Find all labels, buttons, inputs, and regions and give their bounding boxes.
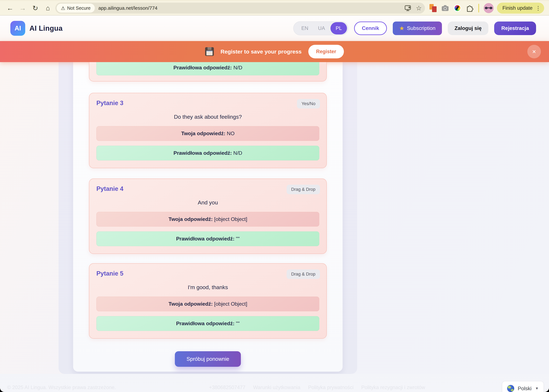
forward-icon: → <box>19 4 26 12</box>
your-answer-strip: Twoja odpowiedź: [object Object] <box>96 297 319 311</box>
forward-button[interactable]: → <box>17 3 28 13</box>
pricing-button[interactable]: Cennik <box>354 21 387 35</box>
brand-logo: AI <box>10 21 25 36</box>
extension-color-icon[interactable] <box>454 4 461 12</box>
language-toggle: EN UA PL <box>293 21 348 35</box>
question-type-badge: Yes/No <box>297 99 320 109</box>
correct-answer-value: "" <box>236 321 240 326</box>
brand-name: AI Lingua <box>29 24 63 32</box>
question-title: Pytanie 5 <box>96 270 319 277</box>
toolbar-separator <box>478 4 479 13</box>
language-option-ua[interactable]: UA <box>314 25 329 31</box>
footer-link-refund[interactable]: Polityka rezygnacji i zwrotów <box>361 385 425 390</box>
install-app-icon[interactable] <box>405 5 412 11</box>
results-backdrop: Prawidłowa odpowiedź: N/D Pytanie 3 Yes/… <box>59 62 357 374</box>
your-answer-strip: Twoja odpowiedź: [object Object] <box>96 212 319 227</box>
question-title: Pytanie 4 <box>96 185 319 192</box>
browser-toolbar: ← → ↻ ⌂ ⚠ Not Secure app.ailingua.net/le… <box>0 0 549 15</box>
correct-answer-value: "" <box>236 236 240 242</box>
correct-answer-label: Prawidłowa odpowiedź: <box>176 321 235 326</box>
extensions-row <box>427 4 481 13</box>
url-text[interactable]: app.ailingua.net/lesson/774 <box>98 5 401 11</box>
brand[interactable]: AI AI Lingua <box>10 21 63 36</box>
correct-answer-strip: Prawidłowa odpowiedź: "" <box>96 316 319 331</box>
address-bar-actions: ☆ <box>405 4 422 12</box>
home-icon: ⌂ <box>46 4 50 12</box>
reload-icon: ↻ <box>32 4 38 12</box>
question-text: Do they ask about feelings? <box>96 114 319 120</box>
floppy-disk-icon <box>205 47 214 56</box>
retry-button[interactable]: Spróbuj ponownie <box>175 351 241 367</box>
warning-icon: ⚠ <box>61 5 65 11</box>
your-answer-value: [object Object] <box>214 216 247 222</box>
extensions-puzzle-icon[interactable] <box>466 4 473 12</box>
close-icon: × <box>532 48 536 55</box>
security-label: Not Secure <box>67 6 91 11</box>
your-answer-value: [object Object] <box>214 301 247 307</box>
banner-close-button[interactable]: × <box>527 45 541 58</box>
language-option-pl[interactable]: PL <box>331 22 347 35</box>
question-text: I'm good, thanks <box>96 284 319 290</box>
chevron-down-icon: ▼ <box>535 386 539 391</box>
page-footer: © 2025 AI Lingua. Wszystkie prawa zastrz… <box>0 374 549 392</box>
correct-answer-value: N/D <box>233 65 242 71</box>
register-button[interactable]: Rejestracja <box>494 21 536 35</box>
banner-register-button[interactable]: Register <box>308 45 344 58</box>
back-icon: ← <box>7 4 14 12</box>
question-card-partial: Prawidłowa odpowiedź: N/D <box>89 62 327 82</box>
your-answer-value: NO <box>227 131 235 136</box>
site-header: AI AI Lingua EN UA PL Cennik ★ Subscript… <box>0 15 549 41</box>
footer-link-privacy[interactable]: Polityka prywatności <box>308 385 354 390</box>
results-panel: Prawidłowa odpowiedź: N/D Pytanie 3 Yes/… <box>73 62 343 372</box>
bookmark-icon[interactable]: ☆ <box>416 4 422 12</box>
retry-row: Spróbuj ponownie <box>89 351 327 367</box>
browser-window: ← → ↻ ⌂ ⚠ Not Secure app.ailingua.net/le… <box>0 0 549 392</box>
finish-update-label: Finish update <box>502 5 533 11</box>
question-text: And you <box>96 199 319 206</box>
reload-button[interactable]: ↻ <box>30 3 41 13</box>
subscription-label: Subscription <box>407 25 436 31</box>
question-type-badge: Drag & Drop <box>287 269 320 279</box>
your-answer-label: Twoja odpowiedź: <box>169 216 213 222</box>
question-card: Pytanie 5 Drag & Drop I'm good, thanks T… <box>89 263 327 339</box>
correct-answer-value: N/D <box>233 150 242 156</box>
footer-links: +380682507477 Warunki użytkowania Polity… <box>209 385 425 390</box>
question-type-badge: Drag & Drop <box>287 185 320 194</box>
finish-update-button[interactable]: Finish update ⋮ <box>497 3 544 14</box>
footer-language-label: Polski <box>518 385 532 392</box>
subscription-button[interactable]: ★ Subscription <box>393 21 442 35</box>
correct-answer-label: Prawidłowa odpowiedź: <box>173 65 232 71</box>
correct-answer-label: Prawidłowa odpowiedź: <box>174 150 232 156</box>
your-answer-label: Twoja odpowiedź: <box>169 301 213 307</box>
question-card: Pytanie 4 Drag & Drop And you Twoja odpo… <box>89 179 327 254</box>
question-card: Pytanie 3 Yes/No Do they ask about feeli… <box>89 93 327 168</box>
header-actions: EN UA PL Cennik ★ Subscription Zaloguj s… <box>293 21 536 35</box>
footer-link-terms[interactable]: Warunki użytkowania <box>253 385 300 390</box>
copyright-text: © 2025 AI Lingua. Wszystkie prawa zastrz… <box>7 385 116 390</box>
browser-menu-icon[interactable]: ⋮ <box>535 5 541 11</box>
back-button[interactable]: ← <box>5 3 15 13</box>
security-chip[interactable]: ⚠ Not Secure <box>57 4 95 13</box>
address-bar[interactable]: ⚠ Not Secure app.ailingua.net/lesson/774… <box>55 3 425 14</box>
banner-message: Register to save your progress <box>221 49 302 55</box>
your-answer-strip: Twoja odpowiedź: NO <box>96 126 319 141</box>
login-button[interactable]: Zaloguj się <box>448 21 488 35</box>
correct-answer-label: Prawidłowa odpowiedź: <box>176 236 235 242</box>
profile-avatar[interactable] <box>484 3 494 13</box>
home-button[interactable]: ⌂ <box>43 3 53 13</box>
footer-language-selector[interactable]: Polski ▼ <box>502 381 544 392</box>
subscription-star-icon: ★ <box>399 25 404 32</box>
correct-answer-strip: Prawidłowa odpowiedź: N/D <box>96 146 319 161</box>
brand-logo-text: AI <box>14 25 21 32</box>
language-option-en[interactable]: EN <box>297 25 312 31</box>
correct-answer-strip: Prawidłowa odpowiedź: N/D <box>96 62 319 75</box>
your-answer-label: Twoja odpowiedź: <box>181 131 225 136</box>
correct-answer-strip: Prawidłowa odpowiedź: "" <box>96 231 319 246</box>
lesson-results: Prawidłowa odpowiedź: N/D Pytanie 3 Yes/… <box>0 62 549 392</box>
globe-icon <box>507 385 514 392</box>
register-banner: Register to save your progress Register … <box>0 41 549 62</box>
extension-camera-icon[interactable] <box>441 5 449 12</box>
question-title: Pytanie 3 <box>96 100 319 107</box>
footer-phone[interactable]: +380682507477 <box>209 385 245 390</box>
extension-squares-icon[interactable] <box>429 4 436 12</box>
